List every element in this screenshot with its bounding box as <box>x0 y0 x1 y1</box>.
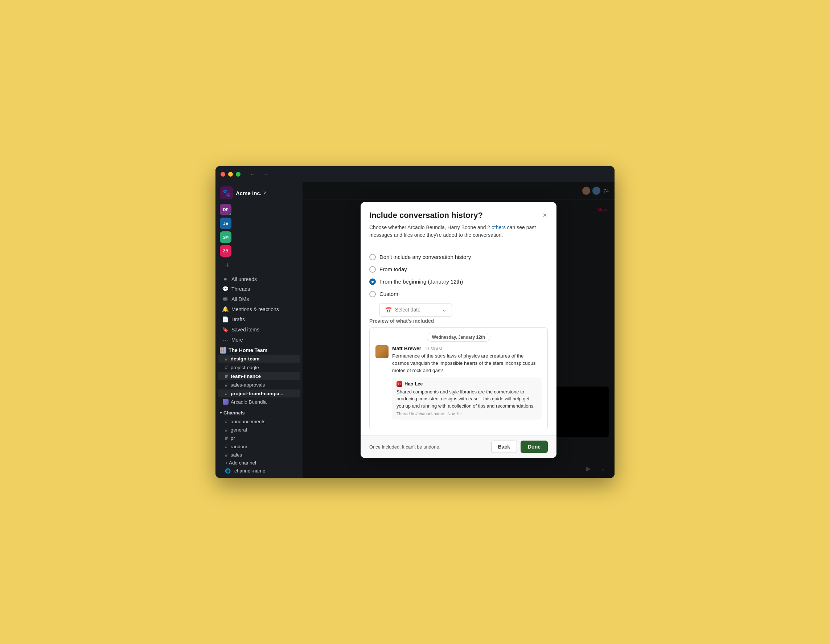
channel-project-eagle[interactable]: # project-eagle <box>218 363 300 371</box>
threads-icon: 💬 <box>222 286 228 292</box>
channel-sales[interactable]: # sales <box>218 451 300 459</box>
avatar-zb[interactable]: ZB <box>220 245 231 257</box>
message-avatar <box>375 345 388 358</box>
sidebar-item-label: All DMs <box>231 296 249 302</box>
message-author: Matt Brewer <box>392 346 421 351</box>
more-icon: ⋯ <box>222 337 228 343</box>
channel-name-label: announcements <box>231 419 266 424</box>
close-traffic-light[interactable] <box>220 172 225 177</box>
drafts-icon: 📄 <box>222 316 228 323</box>
modal-dialog: Include conversation history? × Choose w… <box>361 202 556 458</box>
modal-overlay: Include conversation history? × Choose w… <box>303 182 615 478</box>
window-body: 🐾 Acme Inc. DF JE SM ZB + ≡ All unreads <box>215 182 615 478</box>
sidebar-item-more[interactable]: ⋯ More <box>218 335 300 345</box>
sidebar-item-drafts[interactable]: 📄 Drafts <box>218 315 300 324</box>
channel-general[interactable]: # general <box>218 426 300 434</box>
channel-sales-approvals[interactable]: # sales-approvals <box>218 381 300 389</box>
all-unreads-icon: ≡ <box>222 276 228 282</box>
add-channel-label: + Add channel <box>225 460 256 465</box>
channel-announcements[interactable]: # announcements <box>218 418 300 426</box>
modal-header: Include conversation history? × <box>361 202 556 220</box>
channel-random[interactable]: # random <box>218 442 300 450</box>
channel-name-label: channel-name <box>234 468 266 473</box>
quoted-avatar: H <box>396 381 402 387</box>
option-custom-label: Custom <box>379 291 398 297</box>
channel-name-label: project-eagle <box>231 365 259 370</box>
date-select-placeholder: Select date <box>395 307 420 313</box>
radio-none[interactable] <box>369 254 376 260</box>
channel-project-brand[interactable]: # project-brand-campa... <box>218 389 300 397</box>
add-contact-button[interactable]: + <box>220 259 298 271</box>
add-channel-item[interactable]: + Add channel <box>218 459 300 467</box>
quoted-footer: Thread in #channel-name · Nov 1st <box>396 411 537 416</box>
option-custom[interactable]: Custom <box>369 288 548 300</box>
option-beginning[interactable]: From the beginning (January 12th) <box>369 275 548 288</box>
sidebar-item-all-unreads[interactable]: ≡ All unreads <box>218 274 300 283</box>
direct-message-avatars: DF JE SM ZB + <box>215 203 303 273</box>
sidebar-item-saved[interactable]: 🔖 Saved items <box>218 325 300 334</box>
minimize-traffic-light[interactable] <box>228 172 233 177</box>
channel-name-label: sales-approvals <box>231 382 265 388</box>
back-button[interactable]: ← <box>248 170 258 178</box>
avatar-sm[interactable]: SM <box>220 231 231 243</box>
modal-close-button[interactable]: × <box>542 211 548 219</box>
channel-design-team[interactable]: # design-team <box>218 354 300 362</box>
forward-button[interactable]: → <box>261 170 271 178</box>
app-window: ← → 🐾 Acme Inc. DF JE SM ZB <box>215 166 615 478</box>
radio-custom[interactable] <box>369 291 376 297</box>
titlebar: ← → <box>215 166 615 182</box>
option-none-label: Don't include any conversation history <box>379 254 471 260</box>
back-button[interactable]: Back <box>491 441 517 453</box>
date-select-dropdown[interactable]: 📅 Select date ⌄ <box>379 303 452 316</box>
calendar-icon: 📅 <box>385 306 392 313</box>
option-none[interactable]: Don't include any conversation history <box>369 251 548 263</box>
sidebar: 🐾 Acme Inc. DF JE SM ZB + ≡ All unreads <box>215 182 303 478</box>
arcadio-name: Arcadio Buendia <box>231 399 267 405</box>
channel-name-item[interactable]: 🌐 channel-name <box>218 467 300 475</box>
modal-body: Don't include any conversation history F… <box>361 245 556 435</box>
channel-team-finance[interactable]: # team-finance <box>218 372 300 380</box>
home-team-header[interactable]: 🧑‍🤝‍🧑 The Home Team <box>215 345 303 354</box>
option-beginning-label: From the beginning (January 12th) <box>379 278 463 285</box>
preview-area: Wednesday, January 12th Matt Brewer 11:3… <box>369 328 548 429</box>
channels-section-header[interactable]: Channels <box>215 409 303 417</box>
channel-name-label: design-team <box>231 356 260 362</box>
workspace-icon: 🐾 <box>220 187 233 199</box>
channels-section: Channels # announcements # general # pr … <box>215 409 303 475</box>
quoted-text: Shared components and style libraries ar… <box>396 388 537 410</box>
home-team-label: The Home Team <box>228 347 268 353</box>
preview-label: Preview of what's included <box>369 318 548 324</box>
sidebar-item-mentions[interactable]: 🔔 Mentions & reactions <box>218 305 300 314</box>
message-time: 11:30 AM <box>425 347 442 351</box>
preview-message: Matt Brewer 11:30 AM Permanence of the s… <box>375 345 542 419</box>
sidebar-item-label: Drafts <box>231 316 245 322</box>
subtitle-link[interactable]: 2 others <box>487 225 506 230</box>
sidebar-item-all-dms[interactable]: ✉ All DMs <box>218 294 300 304</box>
channels-label: Channels <box>223 410 245 416</box>
fullscreen-traffic-light[interactable] <box>236 172 241 177</box>
radio-beginning[interactable] <box>369 278 376 285</box>
channel-name-label: project-brand-campa... <box>231 391 284 396</box>
message-text: Permanence of the stars laws of physics … <box>392 353 542 375</box>
avatar-je[interactable]: JE <box>220 218 231 229</box>
thread-info: Thread in #channel-name <box>396 411 444 416</box>
chevron-down-icon: ⌄ <box>442 307 447 313</box>
avatar-df[interactable]: DF <box>220 204 231 215</box>
workspace-header[interactable]: 🐾 Acme Inc. <box>215 185 303 203</box>
option-today[interactable]: From today <box>369 263 548 275</box>
channel-name-label: sales <box>231 452 242 457</box>
quoted-date: Nov 1st <box>448 411 462 416</box>
channel-pr[interactable]: # pr <box>218 434 300 442</box>
modal-subtitle: Choose whether Arcadio Beundia, Harry Bo… <box>361 220 556 239</box>
radio-today[interactable] <box>369 266 376 273</box>
option-today-label: From today <box>379 266 407 272</box>
modal-footer: Once included, it can't be undone. Back … <box>361 435 556 458</box>
nav-controls: ← → <box>248 170 271 178</box>
done-button[interactable]: Done <box>521 441 548 453</box>
dm-arcadio[interactable]: Arcadio Buendia <box>215 398 303 406</box>
quoted-message: H Hao Lee Shared components and style li… <box>392 378 542 420</box>
channel-name-label: general <box>231 427 247 433</box>
sidebar-item-label: Saved items <box>231 327 259 332</box>
footer-buttons: Back Done <box>491 441 548 453</box>
sidebar-item-threads[interactable]: 💬 Threads <box>218 284 300 294</box>
